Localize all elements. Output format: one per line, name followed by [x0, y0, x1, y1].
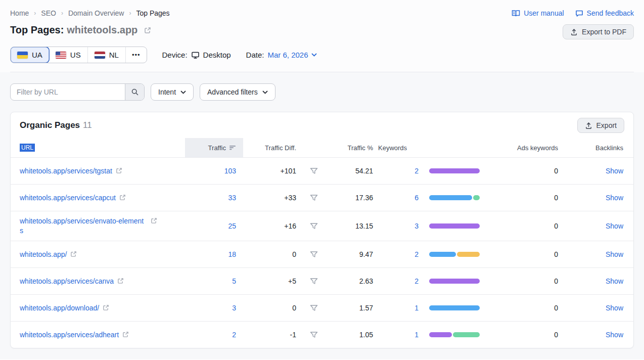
- column-header-ads-keywords[interactable]: Ads keywords: [489, 138, 563, 157]
- page-url-link[interactable]: whitetools.app/services/envato-elements: [20, 216, 147, 236]
- sort-descending-icon: [229, 145, 236, 150]
- user-manual-link[interactable]: User manual: [512, 9, 564, 17]
- page-url-link[interactable]: whitetools.app/download/: [20, 304, 99, 312]
- page-url-link[interactable]: whitetools.app/services/adheart: [20, 331, 119, 339]
- keywords-count-link[interactable]: 2: [415, 277, 419, 285]
- keywords-count-link[interactable]: 1: [415, 331, 419, 339]
- traffic-value-link[interactable]: 25: [228, 222, 236, 230]
- page-title-domain: whitetools.app: [67, 24, 137, 36]
- desktop-monitor-icon: [191, 51, 200, 59]
- breadcrumb-separator: ›: [34, 10, 36, 17]
- filter-funnel-icon[interactable]: [310, 167, 318, 175]
- send-feedback-link[interactable]: Send feedback: [575, 9, 634, 17]
- breadcrumb-seo[interactable]: SEO: [41, 9, 56, 17]
- traffic-value-link[interactable]: 33: [228, 194, 236, 202]
- url-filter-input[interactable]: [11, 84, 125, 100]
- page-url-link[interactable]: whitetools.app/services/tgstat: [20, 167, 112, 175]
- traffic-pct-value: 1.05: [327, 331, 378, 339]
- column-header-traffic-diff[interactable]: Traffic Diff.: [243, 138, 301, 157]
- traffic-value-link[interactable]: 3: [232, 304, 236, 312]
- page-url-link[interactable]: whitetools.app/: [20, 250, 67, 258]
- export-button[interactable]: Export: [577, 118, 624, 133]
- search-button[interactable]: [125, 84, 144, 100]
- column-header-traffic-pct[interactable]: Traffic %: [327, 138, 378, 157]
- show-backlinks-link[interactable]: Show: [606, 222, 623, 230]
- column-header-url[interactable]: URL: [20, 144, 35, 152]
- traffic-diff-value: -1: [243, 331, 301, 339]
- show-backlinks-link[interactable]: Show: [606, 277, 623, 285]
- intent-dropdown[interactable]: Intent: [151, 83, 194, 101]
- advanced-filters-dropdown[interactable]: Advanced filters: [200, 83, 275, 101]
- upload-icon: [585, 122, 592, 129]
- breadcrumb-home[interactable]: Home: [10, 9, 29, 17]
- external-link-icon[interactable]: [117, 278, 124, 284]
- traffic-pct-value: 1.57: [327, 304, 378, 312]
- filter-funnel-icon[interactable]: [310, 331, 318, 339]
- breadcrumb-top-pages: Top Pages: [136, 9, 169, 17]
- table-row: whitetools.app/ 18 0 9.47 2 0 Show: [11, 241, 633, 267]
- intent-bar: [429, 195, 489, 200]
- external-link-icon[interactable]: [116, 167, 122, 174]
- country-tab-us[interactable]: US: [49, 47, 88, 63]
- url-filter: [10, 83, 145, 101]
- column-header-backlinks[interactable]: Backlinks: [563, 138, 633, 157]
- traffic-pct-value: 17.36: [327, 194, 378, 202]
- external-link-icon[interactable]: [119, 194, 126, 201]
- intent-bar: [429, 223, 489, 229]
- table-row: whitetools.app/services/canva 5 +5 2.63 …: [11, 267, 633, 294]
- traffic-value-link[interactable]: 5: [232, 277, 236, 285]
- traffic-value-link[interactable]: 103: [224, 167, 236, 175]
- device-selector[interactable]: Device: Desktop: [162, 51, 231, 59]
- breadcrumb-separator: ›: [129, 10, 131, 17]
- ads-keywords-value: 0: [489, 194, 563, 202]
- breadcrumb-domain-overview[interactable]: Domain Overview: [68, 9, 124, 17]
- traffic-diff-value: +101: [243, 167, 301, 175]
- device-value: Desktop: [203, 51, 231, 59]
- date-dropdown[interactable]: Mar 6, 2026: [267, 51, 316, 59]
- show-backlinks-link[interactable]: Show: [606, 167, 623, 175]
- export-to-pdf-button[interactable]: Export to PDF: [563, 24, 634, 39]
- chevron-down-icon: [180, 91, 186, 94]
- external-link-icon[interactable]: [151, 217, 157, 224]
- ads-keywords-value: 0: [489, 331, 563, 339]
- external-link-icon[interactable]: [122, 331, 129, 338]
- chevron-down-icon: [311, 53, 317, 57]
- traffic-value-link[interactable]: 2: [232, 331, 236, 339]
- keywords-count-link[interactable]: 2: [415, 167, 419, 175]
- organic-pages-card: Organic Pages11 Export URL Traffic: [10, 112, 634, 348]
- traffic-diff-value: +5: [243, 277, 301, 285]
- keywords-count-link[interactable]: 6: [415, 194, 419, 202]
- feedback-bubble-icon: [575, 10, 583, 17]
- column-header-traffic[interactable]: Traffic: [185, 138, 243, 157]
- filter-funnel-icon[interactable]: [310, 194, 318, 202]
- page-url-link[interactable]: whitetools.app/services/capcut: [20, 194, 116, 202]
- filter-funnel-icon[interactable]: [310, 278, 318, 285]
- page-url-link[interactable]: whitetools.app/services/canva: [20, 277, 114, 285]
- filter-funnel-icon[interactable]: [310, 251, 318, 258]
- page-header: Home › SEO › Domain Overview › Top Pages…: [0, 0, 644, 72]
- country-tab-nl[interactable]: NL: [88, 47, 126, 63]
- country-tab-ua[interactable]: UA: [10, 47, 50, 63]
- show-backlinks-link[interactable]: Show: [606, 304, 623, 312]
- external-link-icon[interactable]: [103, 304, 109, 311]
- table-row: whitetools.app/services/envato-elements …: [11, 211, 633, 241]
- page-title: Top Pages: whitetools.app: [10, 24, 151, 36]
- show-backlinks-link[interactable]: Show: [606, 331, 623, 339]
- table-row: whitetools.app/services/adheart 2 -1 1.0…: [11, 321, 633, 348]
- filter-funnel-icon[interactable]: [310, 222, 318, 230]
- more-countries-button[interactable]: •••: [126, 47, 147, 63]
- keywords-count-link[interactable]: 3: [415, 222, 419, 230]
- external-link-icon[interactable]: [70, 251, 77, 257]
- show-backlinks-link[interactable]: Show: [606, 250, 623, 258]
- keywords-count-link[interactable]: 2: [415, 250, 419, 258]
- breadcrumb: Home › SEO › Domain Overview › Top Pages: [10, 9, 170, 17]
- intent-bar: [429, 252, 489, 257]
- filter-funnel-icon[interactable]: [310, 304, 318, 312]
- column-header-keywords[interactable]: Keywords: [378, 138, 424, 157]
- intent-bar: [429, 305, 489, 310]
- show-backlinks-link[interactable]: Show: [606, 194, 623, 202]
- book-icon: [512, 10, 520, 17]
- external-link-icon[interactable]: [144, 27, 151, 34]
- keywords-count-link[interactable]: 1: [415, 304, 419, 312]
- traffic-value-link[interactable]: 18: [228, 250, 236, 258]
